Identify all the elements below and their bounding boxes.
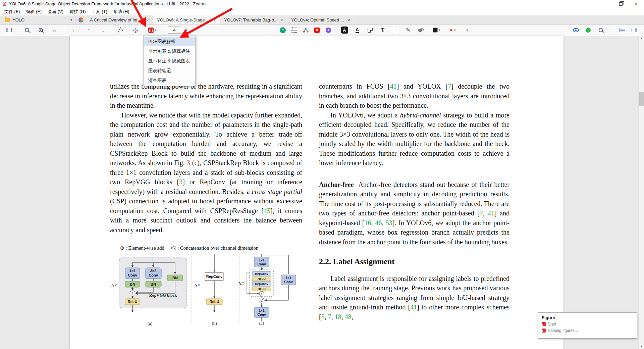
- line-annotation-tool-button[interactable]: ╱ ▾: [113, 26, 128, 34]
- menu-tools[interactable]: 工具 (T): [89, 9, 110, 15]
- eraser-tool-button[interactable]: [416, 26, 426, 34]
- svg-text:(a): (a): [148, 321, 152, 326]
- menu-item-clear-figures[interactable]: 清空图表: [144, 76, 195, 85]
- svg-text:3×3: 3×3: [150, 269, 157, 273]
- paragraph-anchor-free: Anchor-freeAnchor-free detectors stand o…: [319, 180, 509, 247]
- pdf-column-left: utilizes the computing power of the hard…: [110, 82, 302, 329]
- window-controls: – ×: [598, 0, 644, 8]
- previous-page-button[interactable]: ↑: [84, 26, 94, 34]
- svg-text:1×1: 1×1: [259, 258, 265, 262]
- toggle-sidebar-button[interactable]: [4, 26, 14, 34]
- highlight-tool-button[interactable]: A: [339, 26, 350, 34]
- svg-text:Conv: Conv: [284, 280, 293, 284]
- menu-bar: 文件 (F) 编辑 (E) 查看 (V) 前往 (G) 工具 (T) 帮助 (H…: [0, 8, 644, 15]
- svg-text:ReLU: ReLU: [258, 277, 266, 281]
- page-number-input[interactable]: [168, 27, 181, 34]
- read-aloud-button[interactable]: [571, 26, 581, 34]
- svg-text:+: +: [131, 291, 133, 296]
- navigate-back-button[interactable]: ←: [69, 26, 79, 34]
- record-button[interactable]: [583, 26, 593, 34]
- area-select-icon: [393, 28, 398, 32]
- window-title: YOLOv6: A Single-Stage Object Detection …: [9, 1, 206, 7]
- pdf-figure-plugin-button[interactable]: ▾: [145, 26, 160, 34]
- zoom-fit-width-button[interactable]: ↔: [50, 26, 60, 34]
- svg-text:RepConv: RepConv: [255, 272, 268, 276]
- figure-popup-title: Figure: [542, 315, 634, 320]
- menu-edit[interactable]: 编辑 (E): [23, 9, 45, 15]
- text-tool-icon: T: [381, 27, 384, 33]
- zoom-out-button[interactable]: −: [22, 26, 32, 34]
- tab-close-icon[interactable]: ×: [212, 17, 217, 23]
- paragraph: In YOLOv6, we adopt a hybrid-channel str…: [319, 110, 509, 168]
- red-pen-button[interactable]: ✒ ▾: [445, 26, 460, 34]
- title-bar: Z YOLOv6: A Single-Stage Object Detectio…: [0, 0, 644, 8]
- graph-plugin-button[interactable]: [301, 26, 311, 34]
- up-arrow-icon: ↑: [88, 27, 91, 34]
- back-arrow-icon: ←: [72, 27, 77, 34]
- svg-text:(c): (c): [259, 321, 264, 326]
- paragraph: Label assignment is responsible for assi…: [319, 274, 509, 322]
- text-tool-button[interactable]: T: [378, 26, 388, 34]
- tab-close-icon[interactable]: ×: [346, 17, 351, 23]
- scrollbar-thumb[interactable]: [639, 92, 644, 106]
- next-page-button[interactable]: ↓: [98, 26, 108, 34]
- scroll-up-arrow[interactable]: ▲: [639, 36, 644, 41]
- menu-file[interactable]: 文件 (F): [1, 9, 23, 15]
- menu-item-show-annotations-hide-figures[interactable]: 显示标注 & 隐藏图表: [144, 56, 195, 66]
- ink-tool-button[interactable]: ✎: [403, 26, 413, 34]
- gpt-plugin-button[interactable]: *: [278, 26, 288, 34]
- purple-plugin-button[interactable]: ◆: [323, 26, 333, 34]
- chevron-down-icon: ▾: [70, 18, 72, 22]
- paragraph: counterparts in FCOS [41] and YOLOX [7] …: [319, 82, 509, 110]
- tab-doc-critical-overview[interactable]: A Critical Overview of Int... ×: [86, 15, 153, 24]
- caret-down-icon: ▾: [438, 28, 440, 32]
- svg-text:BN: BN: [172, 276, 178, 280]
- pinwheel-icon: [78, 17, 84, 22]
- note-tool-button[interactable]: [365, 26, 375, 34]
- toolbar-separator: [65, 27, 65, 33]
- svg-text:1×1: 1×1: [259, 309, 265, 312]
- restore-button[interactable]: [613, 0, 629, 8]
- scroll-down-arrow[interactable]: ▼: [639, 344, 644, 349]
- menu-view[interactable]: 查看 (V): [45, 9, 66, 15]
- menu-item-pdf-figure-parse[interactable]: PDF图表解析: [144, 37, 195, 46]
- underline-tool-button[interactable]: A: [352, 26, 362, 34]
- tab-doc-yolov7[interactable]: YOLOv7: Trainable Bag-o... ×: [220, 15, 287, 24]
- close-button[interactable]: ×: [629, 0, 644, 8]
- toggle-right-sidebar-button[interactable]: [629, 26, 639, 34]
- tab-close-icon[interactable]: ×: [279, 17, 284, 23]
- caret-down-icon: ▾: [454, 28, 456, 32]
- list-plugin-button[interactable]: [289, 26, 299, 34]
- highlight-icon: A: [341, 27, 348, 34]
- tab-library[interactable]: YOLO: [0, 15, 67, 24]
- eye-icon: [573, 28, 579, 32]
- tab-list-dropdown-button[interactable]: ▾: [67, 15, 76, 24]
- find-in-document-button[interactable]: [596, 26, 606, 34]
- acrobat-plugin-button[interactable]: A: [312, 26, 322, 34]
- toggle-context-pane-button[interactable]: [617, 26, 627, 34]
- caret-down-icon: ▾: [154, 28, 156, 32]
- svg-text:ReLU: ReLU: [210, 300, 219, 304]
- menu-item-show-figures-hide-annotations[interactable]: 显示图表 & 隐藏标注: [144, 46, 195, 56]
- minimize-icon: –: [604, 1, 607, 7]
- color-picker-button[interactable]: ▾: [429, 26, 444, 34]
- area-select-tool-button[interactable]: [390, 26, 400, 34]
- menu-help[interactable]: 帮助 (H): [110, 9, 132, 15]
- minimize-button[interactable]: –: [598, 0, 613, 8]
- target-button[interactable]: ◎: [130, 26, 141, 34]
- plugin-pinwheel-button[interactable]: [76, 15, 86, 24]
- close-icon: ×: [635, 1, 638, 8]
- vertical-scrollbar[interactable]: ▲ ▼: [638, 36, 644, 349]
- tab-doc-yolov4[interactable]: YOLOv4: Optimal Speed ... ×: [287, 15, 354, 24]
- fit-width-icon: ↔: [52, 27, 58, 34]
- tab-close-icon[interactable]: ×: [145, 17, 150, 23]
- tab-doc-yolov6[interactable]: YOLOv6: A Single-Stage ... ×: [153, 15, 220, 24]
- menu-item-figures-to-note[interactable]: 图表转笔记: [144, 66, 195, 76]
- tab-label: YOLOv4: Optimal Speed ...: [291, 17, 344, 22]
- svg-text:Conv: Conv: [258, 262, 266, 266]
- svg-text:BN: BN: [130, 282, 135, 286]
- menu-go[interactable]: 前往 (G): [66, 9, 89, 15]
- zoom-in-button[interactable]: +: [36, 26, 46, 34]
- reader-content: utilizes the computing power of the hard…: [0, 36, 644, 349]
- tools-overflow-button[interactable]: ▾: [462, 26, 472, 34]
